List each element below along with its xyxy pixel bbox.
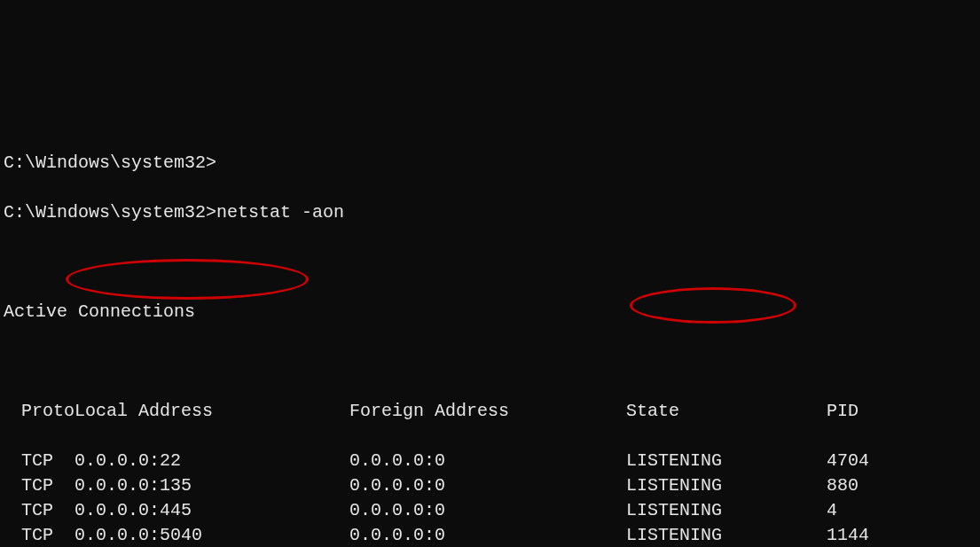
connection-row: TCP0.0.0.0:220.0.0.0:0LISTENING4704 xyxy=(4,449,980,473)
cell-foreign: 0.0.0.0:0 xyxy=(349,498,626,523)
terminal-window[interactable]: C:\Windows\system32> C:\Windows\system32… xyxy=(0,124,980,547)
cell-local: 0.0.0.0:445 xyxy=(74,498,349,523)
cell-foreign: 0.0.0.0:0 xyxy=(349,449,626,473)
header-row: ProtoLocal AddressForeign AddressStatePI… xyxy=(4,399,980,424)
cell-local: 0.0.0.0:135 xyxy=(74,473,349,498)
cell-foreign: 0.0.0.0:0 xyxy=(349,523,626,547)
cell-pid: 4 xyxy=(827,498,933,523)
header-state: State xyxy=(626,399,827,424)
cell-state: LISTENING xyxy=(626,449,827,473)
blank-line xyxy=(4,250,980,275)
header-local: Local Address xyxy=(74,399,349,424)
prompt-line-2: C:\Windows\system32>netstat -aon xyxy=(4,200,980,225)
connection-row: TCP0.0.0.0:50400.0.0.0:0LISTENING1144 xyxy=(4,523,980,547)
connection-row: TCP0.0.0.0:1350.0.0.0:0LISTENING880 xyxy=(4,473,980,498)
header-pid: PID xyxy=(827,399,933,424)
connection-row: TCP0.0.0.0:4450.0.0.0:0LISTENING4 xyxy=(4,498,980,523)
section-title: Active Connections xyxy=(4,300,980,324)
header-proto: Proto xyxy=(4,399,74,424)
connection-rows: TCP0.0.0.0:220.0.0.0:0LISTENING4704TCP0.… xyxy=(4,449,980,547)
cell-proto: TCP xyxy=(4,449,74,473)
cell-pid: 1144 xyxy=(827,523,933,547)
prompt-1: C:\Windows\system32> xyxy=(4,152,216,173)
cell-foreign: 0.0.0.0:0 xyxy=(349,473,626,498)
cell-state: LISTENING xyxy=(626,523,827,547)
cell-local: 0.0.0.0:5040 xyxy=(74,523,349,547)
header-foreign: Foreign Address xyxy=(349,399,626,424)
cell-pid: 880 xyxy=(827,473,933,498)
command-text: netstat -aon xyxy=(216,202,344,223)
cell-proto: TCP xyxy=(4,498,74,523)
blank-line xyxy=(4,349,980,374)
cell-pid: 4704 xyxy=(827,449,933,473)
cell-state: LISTENING xyxy=(626,473,827,498)
cell-state: LISTENING xyxy=(626,498,827,523)
prompt-line-1: C:\Windows\system32> xyxy=(4,151,980,176)
cell-proto: TCP xyxy=(4,523,74,547)
cell-proto: TCP xyxy=(4,473,74,498)
cell-local: 0.0.0.0:22 xyxy=(74,449,349,473)
prompt-2: C:\Windows\system32> xyxy=(4,202,216,223)
